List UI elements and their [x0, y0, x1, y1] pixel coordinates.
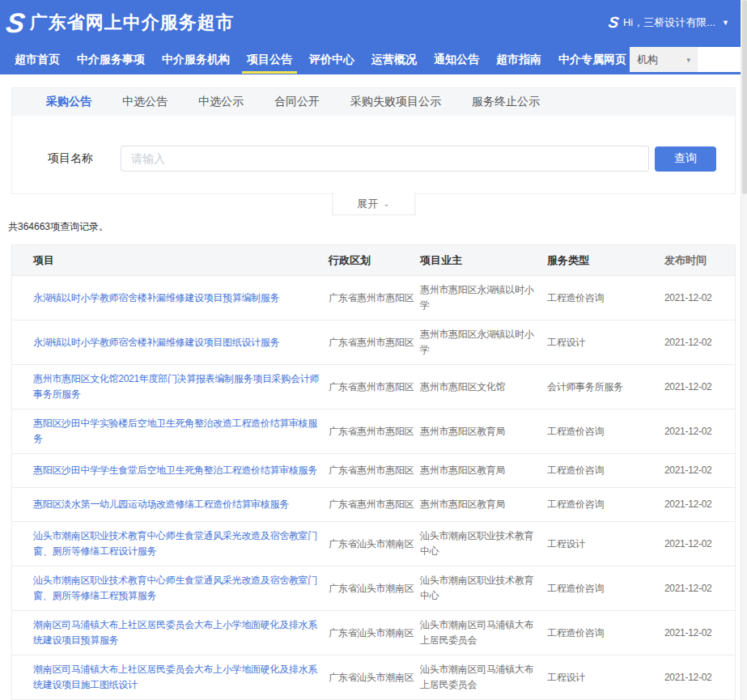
tab-3[interactable]: 合同公开 — [274, 95, 320, 109]
nav-item-3[interactable]: 项目公告 — [244, 45, 295, 74]
publish-date-cell: 2021-12-02 — [664, 619, 735, 647]
user-org-logo-icon: S — [608, 15, 618, 30]
nav-items: 超市首页中介服务事项中介服务机构项目公告评价中心运营概况通知公告超市指南中介专属… — [11, 45, 630, 74]
service-type-cell: 工程设计 — [547, 329, 664, 357]
region-cell: 广东省惠州市惠阳区 — [329, 490, 420, 519]
expand-filters-button[interactable]: 展开 ⌄ — [332, 193, 415, 215]
nav-search-input[interactable] — [698, 47, 747, 72]
region-cell: 广东省惠州市惠阳区 — [329, 373, 420, 401]
scrollbar-thumb[interactable] — [742, 0, 747, 194]
table-row: 惠阳区沙田中学学生食堂后空地卫生死角整治工程造价结算审核服务 广东省惠州市惠阳区… — [12, 454, 735, 488]
user-menu[interactable]: S Hi，三桥设计有限... ▼ — [609, 15, 729, 30]
query-button[interactable]: 查询 — [655, 146, 716, 172]
tab-2[interactable]: 中选公示 — [198, 95, 244, 109]
service-type-cell: 工程造价咨询 — [547, 418, 664, 446]
project-link[interactable]: 惠阳区沙田中学实验楼后空地卫生死角整治改造工程造价结算审核服务 — [33, 418, 317, 444]
project-link[interactable]: 惠阳区沙田中学学生食堂后空地卫生死角整治工程造价结算审核服务 — [33, 465, 317, 476]
project-link[interactable]: 潮南区司马浦镇大布上社区居民委员会大布上小学地面硬化及排水系统建设项目施工图纸设… — [33, 664, 317, 690]
service-type-cell: 工程设计 — [547, 530, 664, 558]
owner-cell: 惠州市惠阳区文化馆 — [420, 373, 547, 401]
owner-cell: 惠州市惠阳区教育局 — [420, 456, 547, 485]
project-link[interactable]: 永湖镇以时小学教师宿舍楼补漏维修建设项目图纸设计服务 — [33, 337, 279, 348]
publish-date-cell: 2021-12-02 — [664, 456, 735, 485]
tab-4[interactable]: 采购失败项目公示 — [350, 95, 441, 109]
nav-item-2[interactable]: 中介服务机构 — [159, 45, 233, 74]
owner-cell: 汕头市潮南区职业技术教育中心 — [420, 522, 547, 566]
column-header-publish-date: 发布时间 — [664, 246, 735, 274]
service-type-cell: 工程造价咨询 — [547, 456, 664, 485]
nav-item-5[interactable]: 运营概况 — [368, 45, 420, 74]
project-cell: 惠州市惠阳区文化馆2021年度部门决算报表编制服务项目采购会计师事务所服务 — [12, 365, 329, 409]
project-cell: 汕头市潮南区职业技术教育中心师生食堂通风采光改造及宿舍教室门窗、厕所等修缮工程设… — [12, 522, 329, 566]
project-cell: 汕头市潮南区职业技术教育中心师生食堂通风采光改造及宿舍教室门窗、厕所等修缮工程预… — [12, 566, 329, 610]
project-cell: 潮南区司马浦镇大布上社区居民委员会大布上小学地面硬化及排水系统建设项目预算服务 — [12, 611, 329, 655]
project-cell: 永湖镇以时小学教师宿舍楼补漏维修建设项目预算编制服务 — [12, 284, 329, 312]
nav-item-0[interactable]: 超市首页 — [11, 45, 63, 74]
owner-cell: 惠州市惠阳区永湖镇以时小学 — [420, 276, 547, 320]
search-category-select[interactable]: 机构 ▾ — [630, 47, 698, 72]
tab-1[interactable]: 中选公告 — [122, 95, 168, 109]
nav-item-6[interactable]: 通知公告 — [431, 45, 482, 74]
table-row: 惠阳区淡水第一幼儿园运动场改造修缮工程造价结算审核服务 广东省惠州市惠阳区 惠州… — [12, 488, 735, 522]
table-body: 永湖镇以时小学教师宿舍楼补漏维修建设项目预算编制服务 广东省惠州市惠阳区 惠州市… — [12, 276, 735, 699]
column-header-region: 行政区划 — [329, 246, 420, 274]
nav-item-1[interactable]: 中介服务事项 — [74, 45, 148, 74]
project-cell: 惠阳区淡水第一幼儿园运动场改造修缮工程造价结算审核服务 — [12, 490, 329, 519]
publish-date-cell: 2021-12-02 — [664, 530, 735, 558]
owner-cell: 汕头市潮南区司马浦镇大布上居民委员会 — [420, 611, 547, 655]
publish-date-cell: 2021-12-02 — [664, 575, 735, 603]
announcement-tabs: 采购公告中选公告中选公示合同公开采购失败项目公示服务终止公示 — [12, 88, 735, 116]
service-type-cell: 工程造价咨询 — [547, 619, 664, 647]
project-link[interactable]: 汕头市潮南区职业技术教育中心师生食堂通风采光改造及宿舍教室门窗、厕所等修缮工程设… — [33, 530, 317, 557]
announcement-panel: 采购公告中选公告中选公示合同公开采购失败项目公示服务终止公示 项目名称 查询 展… — [11, 87, 736, 194]
column-header-owner: 项目业主 — [420, 246, 547, 274]
column-header-service-type: 服务类型 — [547, 246, 664, 274]
search-category-value: 机构 — [637, 53, 658, 67]
service-type-cell: 工程造价咨询 — [547, 284, 664, 312]
brand: S 广东省网上中介服务超市 — [6, 9, 235, 36]
tab-5[interactable]: 服务终止公示 — [472, 95, 540, 109]
region-cell: 广东省汕头市潮南区 — [329, 619, 420, 647]
project-cell: 惠阳区沙田中学学生食堂后空地卫生死角整治工程造价结算审核服务 — [12, 456, 329, 485]
project-link[interactable]: 惠阳区淡水第一幼儿园运动场改造修缮工程造价结算审核服务 — [33, 498, 289, 510]
tab-0[interactable]: 采购公告 — [46, 95, 91, 109]
table-row: 惠阳区沙田中学实验楼后空地卫生死角整治改造工程造价结算审核服务 广东省惠州市惠阳… — [12, 409, 735, 454]
project-name-input[interactable] — [121, 146, 649, 172]
publish-date-cell: 2021-12-02 — [664, 373, 735, 401]
top-header-bar: S 广东省网上中介服务超市 S Hi，三桥设计有限... ▼ — [0, 0, 741, 45]
owner-cell: 惠州市惠阳区教育局 — [420, 418, 547, 446]
owner-cell: 惠州市惠阳区教育局 — [420, 490, 547, 519]
project-link[interactable]: 汕头市潮南区职业技术教育中心师生食堂通风采光改造及宿舍教室门窗、厕所等修缮工程预… — [33, 575, 317, 601]
chevron-down-icon: ▼ — [722, 19, 729, 27]
site-logo-icon: S — [5, 9, 25, 36]
project-link[interactable]: 潮南区司马浦镇大布上社区居民委员会大布上小学地面硬化及排水系统建设项目预算服务 — [33, 619, 317, 646]
region-cell: 广东省惠州市惠阳区 — [329, 418, 420, 446]
chevron-down-icon: ▾ — [686, 56, 690, 64]
scrollbar[interactable] — [741, 0, 747, 700]
nav-search-group: 机构 ▾ — [630, 47, 747, 72]
table-row: 惠州市惠阳区文化馆2021年度部门决算报表编制服务项目采购会计师事务所服务 广东… — [12, 365, 735, 409]
project-link[interactable]: 惠州市惠阳区文化馆2021年度部门决算报表编制服务项目采购会计师事务所服务 — [33, 373, 319, 400]
main-content: 采购公告中选公告中选公示合同公开采购失败项目公示服务终止公示 项目名称 查询 展… — [0, 87, 741, 700]
site-title: 广东省网上中介服务超市 — [30, 11, 235, 35]
content-column: S 广东省网上中介服务超市 S Hi，三桥设计有限... ▼ 超市首页中介服务事… — [0, 0, 741, 700]
results-summary: 共364663项查询记录。 — [8, 220, 736, 234]
project-link[interactable]: 永湖镇以时小学教师宿舍楼补漏维修建设项目预算编制服务 — [33, 292, 279, 303]
nav-item-4[interactable]: 评价中心 — [306, 45, 358, 74]
expand-label: 展开 — [357, 197, 378, 211]
project-cell: 潮南区司马浦镇大布上社区居民委员会大布上小学地面硬化及排水系统建设项目施工图纸设… — [12, 655, 329, 699]
table-row: 汕头市潮南区职业技术教育中心师生食堂通风采光改造及宿舍教室门窗、厕所等修缮工程设… — [12, 522, 735, 566]
column-header-project: 项目 — [12, 246, 329, 274]
table-row: 汕头市潮南区职业技术教育中心师生食堂通风采光改造及宿舍教室门窗、厕所等修缮工程预… — [12, 566, 735, 611]
region-cell: 广东省汕头市潮南区 — [329, 575, 420, 603]
nav-item-7[interactable]: 超市指南 — [493, 45, 545, 74]
nav-item-8[interactable]: 中介专属网页 — [555, 45, 630, 74]
service-type-cell: 会计师事务所服务 — [547, 373, 664, 401]
service-type-cell: 工程设计 — [547, 664, 664, 692]
service-type-cell: 工程造价咨询 — [547, 575, 664, 603]
region-cell: 广东省惠州市惠阳区 — [329, 456, 420, 485]
table-row: 潮南区司马浦镇大布上社区居民委员会大布上小学地面硬化及排水系统建设项目预算服务 … — [12, 611, 735, 655]
results-table: 项目 行政区划 项目业主 服务类型 发布时间 永湖镇以时小学教师宿舍楼补漏维修建… — [11, 244, 736, 700]
table-row: 永湖镇以时小学教师宿舍楼补漏维修建设项目预算编制服务 广东省惠州市惠阳区 惠州市… — [12, 276, 735, 320]
region-cell: 广东省汕头市潮南区 — [329, 664, 420, 692]
